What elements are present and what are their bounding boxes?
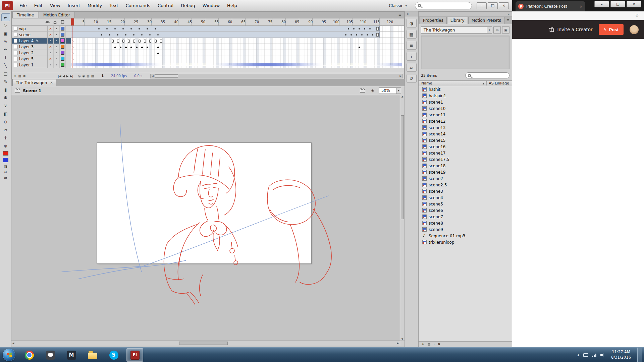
rectangle-tool[interactable]: □ [1, 70, 10, 77]
layer-outline-toggle[interactable] [60, 26, 66, 32]
playback-button[interactable]: |◀ [58, 74, 61, 78]
library-footer-button[interactable]: ▤ [428, 343, 431, 346]
library-item[interactable]: scene7 [419, 214, 512, 220]
layer-outline-toggle[interactable] [60, 62, 66, 68]
workspace-selector[interactable]: Classic ▾ [385, 2, 410, 9]
deco-tool[interactable]: ✱ [1, 94, 10, 102]
lasso-tool[interactable]: ∿ [1, 38, 10, 45]
library-footer-button[interactable]: ✚ [422, 343, 424, 346]
minimize-button[interactable]: – [477, 2, 487, 9]
layer-frames-strip[interactable] [71, 50, 404, 56]
sort-ascending-icon[interactable]: ▲ [483, 82, 484, 85]
library-item[interactable]: scene10 [419, 105, 512, 112]
taskbar-chrome-button[interactable] [21, 348, 38, 362]
library-item[interactable]: scene4 [419, 194, 512, 201]
library-footer-button[interactable]: i [434, 343, 435, 346]
onion-skin-button[interactable]: ▥ [87, 74, 90, 78]
library-item[interactable]: scene6 [419, 207, 512, 214]
playback-button[interactable]: ◀ [63, 74, 65, 78]
library-item[interactable]: scene3 [419, 188, 512, 194]
scroll-right-icon[interactable]: ▶ [397, 342, 399, 345]
library-item[interactable]: scene12 [419, 118, 512, 124]
layer-visibility-toggle[interactable]: • [48, 38, 54, 44]
library-item[interactable]: scene14 [419, 131, 512, 137]
layer-outline-toggle[interactable] [60, 50, 66, 56]
library-item[interactable]: scene17.5 [419, 156, 512, 163]
layer-lock-toggle[interactable]: • [54, 38, 60, 44]
pin-library-button[interactable]: ▭ [493, 26, 501, 34]
library-item[interactable]: scene18 [419, 163, 512, 169]
library-footer-button[interactable]: ✖ [438, 343, 441, 346]
library-item[interactable]: scene2.5 [419, 182, 512, 188]
timeline-ruler[interactable]: 5101520253035404550556065707580859095100… [71, 18, 404, 25]
library-item[interactable]: hathit [419, 86, 512, 93]
text-tool[interactable]: T [1, 54, 10, 61]
library-item[interactable]: scene5 [419, 201, 512, 207]
playhead[interactable] [71, 18, 74, 25]
zoom-level-select[interactable]: 50% ▾ [379, 87, 401, 94]
tab-library[interactable]: Library [447, 17, 468, 24]
selection-tool[interactable]: ► [1, 13, 10, 21]
paint-bucket-tool[interactable]: ◧ [1, 110, 10, 118]
library-item[interactable]: scene15 [419, 137, 512, 143]
new-library-panel-button[interactable]: ▣ [502, 26, 509, 34]
layer-name-cell[interactable]: Layer 4✎ [12, 38, 48, 44]
layer-visibility-toggle[interactable]: × [48, 56, 54, 62]
menubar-item[interactable]: File [16, 0, 31, 11]
layer-frames-strip[interactable] [71, 26, 404, 32]
scrollbar-thumb[interactable] [179, 342, 228, 345]
library-item[interactable]: scene17 [419, 150, 512, 156]
scene-breadcrumb[interactable]: Scene 1 [23, 88, 41, 93]
bookmark-star-icon[interactable]: ☆ [635, 12, 639, 18]
flash-app-icon[interactable]: Fl [2, 1, 13, 10]
document-tab[interactable]: The Trickwagon × [12, 79, 56, 86]
close-button[interactable]: × [499, 2, 509, 9]
tab-timeline[interactable]: Timeline [12, 12, 38, 18]
layer-outline-toggle[interactable] [60, 32, 66, 38]
layer-name-cell[interactable]: Layer 1 [12, 62, 48, 68]
layer-lock-toggle[interactable]: • [54, 26, 60, 32]
layer-frames-strip[interactable] [71, 62, 404, 68]
stage-vertical-scrollbar[interactable]: ▲ ▼ [400, 95, 405, 341]
library-item[interactable]: scene2 [419, 175, 512, 182]
history-panel-icon[interactable]: ↺ [407, 74, 417, 83]
layer-op-button[interactable]: ✚ [14, 74, 16, 78]
layer-visibility-toggle[interactable]: • [48, 50, 54, 56]
layer-frames-strip[interactable] [71, 32, 404, 38]
scroll-right-icon[interactable]: ▶ [399, 75, 402, 77]
expand-dock-chevron[interactable]: « [405, 11, 418, 16]
start-button[interactable] [3, 349, 15, 361]
edit-symbol-button[interactable]: ◈ [369, 87, 376, 94]
layer-visibility-toggle[interactable]: × [48, 44, 54, 50]
maximize-button[interactable]: □ [610, 1, 625, 7]
info-panel-icon[interactable]: i [407, 52, 417, 61]
zoom-tool[interactable]: ⊕ [1, 142, 10, 150]
color-control-button[interactable]: ◨ [2, 164, 10, 169]
menubar-item[interactable]: View [46, 0, 64, 11]
library-search-input[interactable] [465, 72, 509, 78]
volume-tray-icon[interactable] [600, 353, 605, 357]
column-name[interactable]: Name [421, 81, 432, 85]
layer-op-button[interactable]: ▤ [18, 74, 21, 78]
layer-lock-toggle[interactable]: • [54, 56, 60, 62]
taskbar-skype-button[interactable]: S [105, 348, 122, 362]
minimize-button[interactable]: – [594, 1, 609, 7]
transform-panel-icon[interactable]: ▱ [407, 63, 417, 72]
layer-lock-toggle[interactable]: • [54, 62, 60, 68]
layer-name-cell[interactable]: scene [12, 32, 48, 38]
taskbar-discord-button[interactable] [42, 348, 59, 362]
layer-lock-toggle[interactable]: • [54, 50, 60, 56]
menubar-item[interactable]: Window [199, 0, 223, 11]
menubar-item[interactable]: Insert [64, 0, 84, 11]
scroll-up-icon[interactable]: ▲ [401, 95, 403, 98]
timeline-panel-menu-icon[interactable]: ≡ [398, 13, 401, 17]
library-item[interactable]: Sequence 01.mp3 [419, 233, 512, 239]
taskbar-m-app-button[interactable]: M [63, 348, 80, 362]
menubar-item[interactable]: Commands [122, 0, 154, 11]
bone-tool[interactable]: ⋎ [1, 102, 10, 110]
layer-frames-strip[interactable] [71, 38, 404, 44]
fill-color-swatch[interactable] [3, 158, 8, 162]
layer-frames-strip[interactable] [71, 56, 404, 62]
scrollbar-thumb[interactable] [401, 115, 404, 219]
layer-outline-toggle[interactable] [60, 44, 66, 50]
